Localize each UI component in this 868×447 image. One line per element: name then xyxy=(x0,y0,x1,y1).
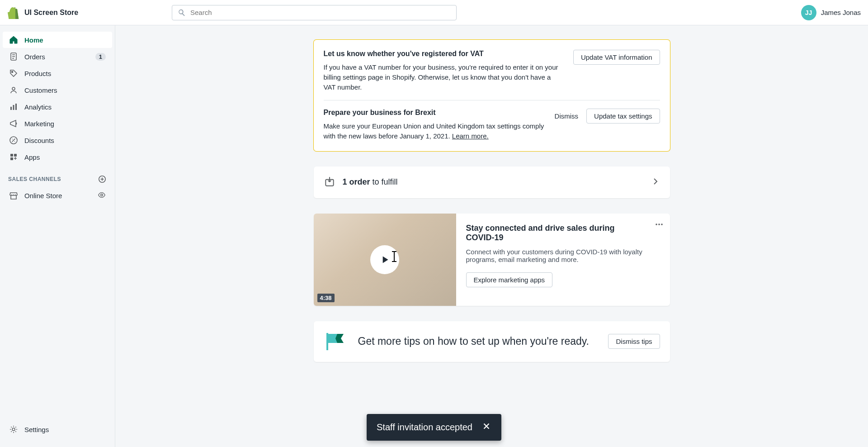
sidebar-item-orders[interactable]: Orders 1 xyxy=(3,48,112,65)
video-duration: 4:38 xyxy=(317,294,335,302)
svg-point-15 xyxy=(658,224,660,225)
search-box[interactable] xyxy=(172,5,457,20)
sidebar-item-marketing[interactable]: Marketing xyxy=(3,115,112,132)
avatar: JJ xyxy=(801,5,816,20)
fulfill-text: 1 order to fulfill xyxy=(343,177,644,187)
sidebar: Home Orders 1 Products Customers A xyxy=(0,25,115,447)
brexit-banner-body: Make sure your European Union and United… xyxy=(324,121,545,141)
update-tax-button[interactable]: Update tax settings xyxy=(586,109,660,124)
gear-icon xyxy=(9,425,18,434)
sidebar-item-label: Discounts xyxy=(24,137,54,144)
toast-message: Staff invitation accepted xyxy=(377,422,472,433)
online-store-icon xyxy=(9,191,18,200)
fulfill-icon xyxy=(324,176,335,189)
covid-title: Stay connected and drive sales during CO… xyxy=(466,224,660,243)
shopify-logo xyxy=(7,6,20,19)
sidebar-item-label: Analytics xyxy=(24,103,52,111)
sidebar-item-settings[interactable]: Settings xyxy=(3,421,112,437)
dismiss-tips-button[interactable]: Dismiss tips xyxy=(608,334,660,349)
orders-icon xyxy=(9,52,18,61)
sidebar-item-label: Home xyxy=(24,36,43,44)
svg-point-11 xyxy=(101,194,103,196)
svg-rect-7 xyxy=(10,154,13,157)
search-container xyxy=(172,5,457,20)
customers-icon xyxy=(9,86,18,95)
plus-circle-icon xyxy=(98,175,106,183)
sidebar-item-analytics[interactable]: Analytics xyxy=(3,99,112,115)
toast: Staff invitation accepted xyxy=(367,414,501,441)
play-icon xyxy=(379,254,391,266)
sidebar-item-label: Online Store xyxy=(24,192,62,200)
sidebar-item-label: Marketing xyxy=(24,120,54,128)
marketing-icon xyxy=(9,119,18,128)
user-name: James Jonas xyxy=(821,9,861,16)
home-icon xyxy=(9,35,18,44)
alerts-card: Let us know whether you've registered fo… xyxy=(314,40,670,151)
dismiss-brexit-link[interactable]: Dismiss xyxy=(555,112,579,120)
explore-marketing-button[interactable]: Explore marketing apps xyxy=(466,272,553,287)
fulfill-card[interactable]: 1 order to fulfill xyxy=(314,166,670,198)
covid-tip-card: 4:38 Stay connected and drive sales duri… xyxy=(314,214,670,306)
apps-icon xyxy=(9,152,18,162)
card-menu-button[interactable] xyxy=(655,220,664,231)
products-icon xyxy=(9,69,18,78)
eye-icon xyxy=(98,191,106,199)
search-input[interactable] xyxy=(190,9,451,16)
sidebar-item-customers[interactable]: Customers xyxy=(3,82,112,98)
sidebar-item-label: Orders xyxy=(24,53,45,61)
sidebar-item-label: Products xyxy=(24,70,51,77)
svg-rect-3 xyxy=(10,107,12,110)
analytics-icon xyxy=(9,102,18,111)
update-vat-button[interactable]: Update VAT information xyxy=(573,50,660,65)
svg-point-12 xyxy=(12,428,15,431)
store-name: UI Screen Store xyxy=(24,9,78,17)
svg-rect-5 xyxy=(15,104,17,110)
user-menu[interactable]: JJ James Jonas xyxy=(801,5,861,20)
svg-point-1 xyxy=(12,71,13,73)
topbar: UI Screen Store JJ James Jonas xyxy=(0,0,868,25)
video-thumbnail[interactable]: 4:38 xyxy=(314,214,456,306)
flag-icon xyxy=(324,331,349,352)
svg-rect-4 xyxy=(13,105,14,110)
sales-channels-header: SALES CHANNELS xyxy=(3,166,112,187)
chevron-right-icon xyxy=(651,177,660,188)
vat-banner-title: Let us know whether you've registered fo… xyxy=(324,50,563,58)
divider xyxy=(324,100,660,100)
svg-rect-9 xyxy=(10,157,13,160)
sidebar-item-online-store[interactable]: Online Store xyxy=(3,187,112,204)
brexit-banner: Prepare your business for Brexit Make su… xyxy=(314,109,670,151)
sidebar-item-discounts[interactable]: Discounts xyxy=(3,132,112,148)
learn-more-link[interactable]: Learn more. xyxy=(452,132,489,140)
view-store-button[interactable] xyxy=(98,191,106,200)
vat-banner: Let us know whether you've registered fo… xyxy=(314,40,670,100)
svg-point-14 xyxy=(656,224,657,225)
sidebar-item-home[interactable]: Home xyxy=(3,32,112,48)
sidebar-item-apps[interactable]: Apps xyxy=(3,149,112,165)
sidebar-item-label: Settings xyxy=(24,426,49,433)
add-channel-button[interactable] xyxy=(98,175,107,184)
main-content: Let us know whether you've registered fo… xyxy=(115,25,868,447)
tips-title: Get more tips on how to set up when you'… xyxy=(358,335,599,347)
orders-badge: 1 xyxy=(95,53,106,61)
sidebar-item-products[interactable]: Products xyxy=(3,65,112,81)
search-icon xyxy=(178,9,186,17)
brexit-banner-title: Prepare your business for Brexit xyxy=(324,109,545,117)
sidebar-item-label: Apps xyxy=(24,153,40,161)
tips-card: Get more tips on how to set up when you'… xyxy=(314,321,670,362)
discounts-icon xyxy=(9,136,18,145)
svg-point-2 xyxy=(12,87,15,90)
dots-horizontal-icon xyxy=(655,220,664,229)
toast-close-button[interactable] xyxy=(481,421,491,433)
close-icon xyxy=(481,421,491,431)
svg-rect-8 xyxy=(14,154,17,157)
sales-channels-label: SALES CHANNELS xyxy=(8,176,61,182)
sidebar-item-label: Customers xyxy=(24,86,57,94)
vat-banner-body: If you have a VAT number for your busine… xyxy=(324,62,563,92)
covid-body: Connect with your customers during COVID… xyxy=(466,248,660,263)
play-button[interactable] xyxy=(370,245,399,274)
topbar-left: UI Screen Store xyxy=(7,6,156,19)
svg-point-16 xyxy=(661,224,663,225)
